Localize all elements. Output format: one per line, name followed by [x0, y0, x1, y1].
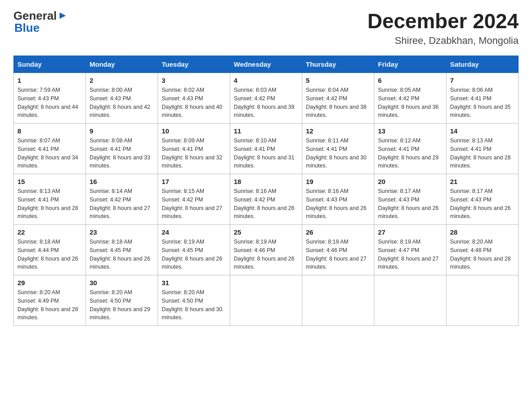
svg-marker-0: [60, 13, 66, 19]
calendar-cell: 15 Sunrise: 8:13 AMSunset: 4:41 PMDaylig…: [14, 174, 86, 225]
day-info: Sunrise: 8:13 AMSunset: 4:41 PMDaylight:…: [17, 188, 78, 219]
calendar-cell: 29 Sunrise: 8:20 AMSunset: 4:49 PMDaylig…: [14, 275, 86, 326]
day-info: Sunrise: 8:18 AMSunset: 4:44 PMDaylight:…: [17, 239, 78, 270]
calendar-cell: 27 Sunrise: 8:19 AMSunset: 4:47 PMDaylig…: [374, 225, 446, 275]
title-block: December 2024 Shiree, Dzabkhan, Mongolia: [367, 9, 519, 47]
day-number: 14: [450, 127, 515, 135]
calendar-week-row: 15 Sunrise: 8:13 AMSunset: 4:41 PMDaylig…: [14, 174, 519, 225]
calendar-title: December 2024: [367, 9, 519, 33]
calendar-cell: 18 Sunrise: 8:16 AMSunset: 4:42 PMDaylig…: [230, 174, 302, 225]
day-number: 7: [450, 77, 515, 84]
day-info: Sunrise: 8:00 AMSunset: 4:43 PMDaylight:…: [90, 87, 150, 118]
day-number: 24: [162, 228, 226, 236]
calendar-cell: 28 Sunrise: 8:20 AMSunset: 4:48 PMDaylig…: [446, 225, 519, 275]
calendar-week-row: 1 Sunrise: 7:59 AMSunset: 4:43 PMDayligh…: [14, 73, 519, 124]
day-info: Sunrise: 8:16 AMSunset: 4:43 PMDaylight:…: [306, 188, 367, 219]
day-number: 8: [17, 127, 82, 135]
day-info: Sunrise: 8:19 AMSunset: 4:45 PMDaylight:…: [162, 239, 223, 270]
calendar-cell: 19 Sunrise: 8:16 AMSunset: 4:43 PMDaylig…: [302, 174, 374, 225]
day-number: 28: [450, 228, 515, 236]
calendar-cell: 14 Sunrise: 8:13 AMSunset: 4:41 PMDaylig…: [446, 124, 519, 174]
calendar-cell: 2 Sunrise: 8:00 AMSunset: 4:43 PMDayligh…: [86, 73, 158, 124]
calendar-cell: 3 Sunrise: 8:02 AMSunset: 4:43 PMDayligh…: [158, 73, 230, 124]
day-number: 3: [162, 77, 226, 84]
day-number: 10: [162, 127, 226, 135]
day-number: 6: [378, 77, 442, 84]
calendar-cell: 20 Sunrise: 8:17 AMSunset: 4:43 PMDaylig…: [374, 174, 446, 225]
day-number: 12: [306, 127, 370, 135]
calendar-subtitle: Shiree, Dzabkhan, Mongolia: [367, 35, 519, 47]
day-number: 16: [90, 178, 154, 185]
logo-text-blue: Blue: [13, 21, 39, 35]
day-number: 30: [90, 279, 154, 287]
day-info: Sunrise: 8:20 AMSunset: 4:50 PMDaylight:…: [162, 289, 223, 321]
col-header-monday: Monday: [86, 56, 158, 73]
calendar-cell: 24 Sunrise: 8:19 AMSunset: 4:45 PMDaylig…: [158, 225, 230, 275]
day-info: Sunrise: 8:18 AMSunset: 4:45 PMDaylight:…: [90, 239, 150, 270]
day-number: 5: [306, 77, 370, 84]
day-info: Sunrise: 7:59 AMSunset: 4:43 PMDaylight:…: [17, 87, 78, 118]
calendar-cell: 31 Sunrise: 8:20 AMSunset: 4:50 PMDaylig…: [158, 275, 230, 326]
calendar-cell: [374, 275, 446, 326]
col-header-saturday: Saturday: [446, 56, 519, 73]
day-info: Sunrise: 8:09 AMSunset: 4:41 PMDaylight:…: [162, 137, 223, 169]
calendar-cell: 26 Sunrise: 8:19 AMSunset: 4:46 PMDaylig…: [302, 225, 374, 275]
col-header-friday: Friday: [374, 56, 446, 73]
day-info: Sunrise: 8:19 AMSunset: 4:46 PMDaylight:…: [306, 239, 367, 270]
day-number: 27: [378, 228, 442, 236]
calendar-header-row: SundayMondayTuesdayWednesdayThursdayFrid…: [14, 56, 519, 73]
day-number: 26: [306, 228, 370, 236]
calendar-week-row: 29 Sunrise: 8:20 AMSunset: 4:49 PMDaylig…: [14, 275, 519, 326]
day-info: Sunrise: 8:03 AMSunset: 4:42 PMDaylight:…: [234, 87, 295, 118]
day-info: Sunrise: 8:19 AMSunset: 4:46 PMDaylight:…: [234, 239, 295, 270]
day-number: 11: [234, 127, 298, 135]
day-number: 9: [90, 127, 154, 135]
calendar-cell: 9 Sunrise: 8:08 AMSunset: 4:41 PMDayligh…: [86, 124, 158, 174]
calendar-table: SundayMondayTuesdayWednesdayThursdayFrid…: [13, 56, 519, 326]
day-info: Sunrise: 8:08 AMSunset: 4:41 PMDaylight:…: [90, 137, 150, 169]
col-header-wednesday: Wednesday: [230, 56, 302, 73]
day-info: Sunrise: 8:17 AMSunset: 4:43 PMDaylight:…: [378, 188, 439, 219]
calendar-cell: 5 Sunrise: 8:04 AMSunset: 4:42 PMDayligh…: [302, 73, 374, 124]
day-number: 2: [90, 77, 154, 84]
calendar-cell: [230, 275, 302, 326]
calendar-cell: 1 Sunrise: 7:59 AMSunset: 4:43 PMDayligh…: [14, 73, 86, 124]
day-number: 18: [234, 178, 298, 185]
day-number: 23: [90, 228, 154, 236]
calendar-cell: 8 Sunrise: 8:07 AMSunset: 4:41 PMDayligh…: [14, 124, 86, 174]
day-number: 4: [234, 77, 298, 84]
day-info: Sunrise: 8:13 AMSunset: 4:41 PMDaylight:…: [450, 137, 511, 169]
day-info: Sunrise: 8:12 AMSunset: 4:41 PMDaylight:…: [378, 137, 439, 169]
calendar-cell: 21 Sunrise: 8:17 AMSunset: 4:43 PMDaylig…: [446, 174, 519, 225]
day-number: 31: [162, 279, 226, 287]
col-header-tuesday: Tuesday: [158, 56, 230, 73]
day-info: Sunrise: 8:02 AMSunset: 4:43 PMDaylight:…: [162, 87, 223, 118]
calendar-cell: 23 Sunrise: 8:18 AMSunset: 4:45 PMDaylig…: [86, 225, 158, 275]
day-info: Sunrise: 8:07 AMSunset: 4:41 PMDaylight:…: [17, 137, 78, 169]
day-number: 1: [17, 77, 82, 84]
day-info: Sunrise: 8:19 AMSunset: 4:47 PMDaylight:…: [378, 239, 439, 270]
logo: General Blue: [13, 9, 68, 35]
day-info: Sunrise: 8:14 AMSunset: 4:42 PMDaylight:…: [90, 188, 150, 219]
calendar-week-row: 8 Sunrise: 8:07 AMSunset: 4:41 PMDayligh…: [14, 124, 519, 174]
day-info: Sunrise: 8:20 AMSunset: 4:48 PMDaylight:…: [450, 239, 511, 270]
calendar-cell: 7 Sunrise: 8:06 AMSunset: 4:41 PMDayligh…: [446, 73, 519, 124]
calendar-week-row: 22 Sunrise: 8:18 AMSunset: 4:44 PMDaylig…: [14, 225, 519, 275]
calendar-cell: 13 Sunrise: 8:12 AMSunset: 4:41 PMDaylig…: [374, 124, 446, 174]
calendar-cell: 4 Sunrise: 8:03 AMSunset: 4:42 PMDayligh…: [230, 73, 302, 124]
day-number: 15: [17, 178, 82, 185]
calendar-cell: 22 Sunrise: 8:18 AMSunset: 4:44 PMDaylig…: [14, 225, 86, 275]
calendar-cell: [446, 275, 519, 326]
calendar-cell: 11 Sunrise: 8:10 AMSunset: 4:41 PMDaylig…: [230, 124, 302, 174]
logo-arrow-icon: [58, 11, 68, 22]
day-number: 20: [378, 178, 442, 185]
day-number: 13: [378, 127, 442, 135]
page-header: General Blue December 2024 Shiree, Dzabk…: [13, 9, 519, 47]
day-number: 19: [306, 178, 370, 185]
day-info: Sunrise: 8:06 AMSunset: 4:41 PMDaylight:…: [450, 87, 511, 118]
day-info: Sunrise: 8:11 AMSunset: 4:41 PMDaylight:…: [306, 137, 367, 169]
calendar-cell: 30 Sunrise: 8:20 AMSunset: 4:50 PMDaylig…: [86, 275, 158, 326]
day-info: Sunrise: 8:05 AMSunset: 4:42 PMDaylight:…: [378, 87, 439, 118]
calendar-cell: 10 Sunrise: 8:09 AMSunset: 4:41 PMDaylig…: [158, 124, 230, 174]
calendar-cell: 12 Sunrise: 8:11 AMSunset: 4:41 PMDaylig…: [302, 124, 374, 174]
